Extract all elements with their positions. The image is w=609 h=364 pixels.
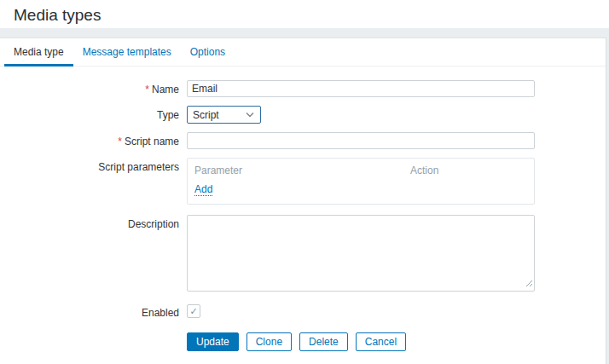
name-label: *Name — [0, 80, 179, 95]
name-input[interactable] — [187, 80, 535, 97]
description-row: Description — [0, 215, 606, 292]
script-parameters-row: Script parameters Parameter Action Add — [0, 158, 606, 205]
script-parameters-table: Parameter Action Add — [187, 158, 535, 205]
script-parameters-label: Script parameters — [0, 158, 179, 173]
media-type-form: *Name Type Script *Script name Script pa… — [0, 66, 606, 364]
type-label-text: Type — [157, 109, 179, 121]
script-name-label-text: Script name — [125, 136, 179, 147]
script-name-label: *Script name — [0, 132, 179, 147]
enabled-label-text: Enabled — [142, 307, 179, 319]
description-textarea[interactable] — [187, 215, 535, 292]
enabled-checkbox[interactable]: ✓ — [187, 304, 200, 318]
tab-bar: Media type Message templates Options — [0, 38, 606, 66]
required-asterisk: * — [145, 84, 149, 95]
chevron-down-icon — [245, 109, 255, 121]
required-asterisk: * — [118, 136, 122, 147]
tab-message-templates[interactable]: Message templates — [73, 38, 181, 66]
type-select-value: Script — [193, 109, 219, 121]
description-textarea-wrap — [187, 215, 535, 292]
add-parameter-link[interactable]: Add — [194, 183, 212, 196]
page-title: Media types — [14, 6, 595, 25]
tab-media-type[interactable]: Media type — [4, 38, 73, 66]
script-parameters-label-text: Script parameters — [98, 161, 179, 173]
script-parameters-header: Parameter Action — [194, 163, 527, 178]
footer-buttons-spacer — [0, 332, 179, 336]
delete-button[interactable]: Delete — [299, 332, 348, 351]
type-label: Type — [0, 106, 179, 121]
update-button[interactable]: Update — [187, 332, 239, 351]
name-label-text: Name — [152, 84, 179, 95]
tab-options[interactable]: Options — [181, 38, 235, 66]
cancel-button[interactable]: Cancel — [356, 332, 406, 351]
enabled-row: Enabled ✓ — [0, 303, 606, 319]
media-type-form-widget: Media type Message templates Options *Na… — [0, 38, 606, 364]
footer-buttons-row: Update Clone Delete Cancel — [0, 332, 606, 351]
script-name-row: *Script name — [0, 132, 606, 149]
script-parameters-add-row: Add — [194, 182, 527, 197]
script-name-input[interactable] — [187, 132, 535, 149]
name-row: *Name — [0, 80, 606, 97]
description-label: Description — [0, 215, 179, 230]
enabled-label: Enabled — [0, 303, 179, 319]
column-header-action: Action — [410, 163, 438, 178]
clone-button[interactable]: Clone — [246, 332, 292, 351]
checkmark-icon: ✓ — [189, 306, 197, 317]
type-row: Type Script — [0, 106, 606, 124]
page-header: Media types — [0, 0, 609, 28]
footer-buttons: Update Clone Delete Cancel — [187, 332, 406, 351]
description-label-text: Description — [128, 218, 179, 230]
column-header-parameter: Parameter — [194, 163, 410, 178]
type-select[interactable]: Script — [187, 106, 261, 124]
